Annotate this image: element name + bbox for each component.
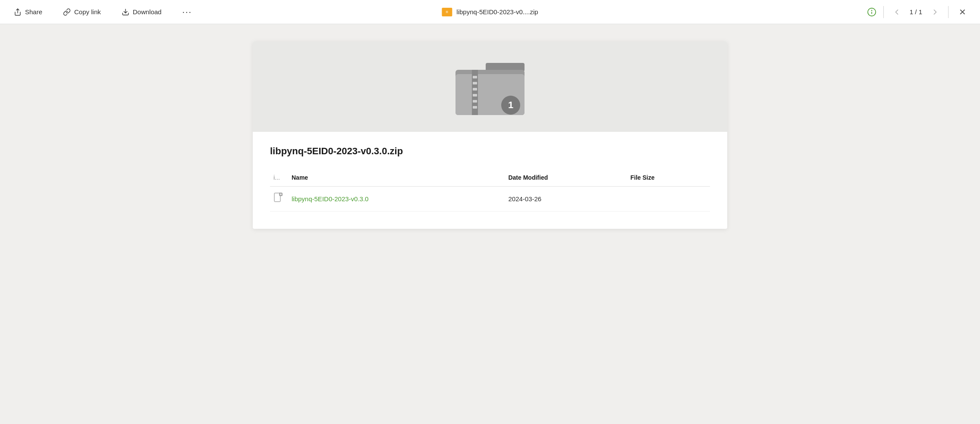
divider-1 [883,6,884,18]
divider-2 [948,6,949,18]
link-icon [63,8,71,16]
toolbar-right: 1 / 1 ✕ [867,5,970,19]
svg-rect-19 [280,193,282,196]
share-button[interactable]: Share [10,6,46,19]
col-date-header: Date Modified [505,171,627,187]
download-button[interactable]: Download [118,6,165,19]
info-button[interactable] [867,7,876,17]
svg-rect-11 [473,82,477,84]
file-title: libpynq-5EID0-2023-v0....zip [456,8,538,16]
close-button[interactable]: ✕ [955,5,970,19]
svg-rect-10 [473,76,477,78]
card-body: libpynq-5EID0-2023-v0.3.0.zip i... Name … [253,132,727,229]
more-icon: ··· [182,7,192,16]
svg-rect-14 [473,100,477,103]
toolbar-left: Share Copy link Download ··· [10,4,867,19]
page-count: 1 / 1 [910,8,922,16]
file-table: i... Name Date Modified File Size libpyn… [270,171,710,212]
row-date: 2024-03-26 [505,187,627,212]
download-label: Download [133,8,162,16]
copy-link-button[interactable]: Copy link [60,6,104,19]
toolbar-center: ≡ libpynq-5EID0-2023-v0....zip [442,8,538,16]
row-filename[interactable]: libpynq-5EID0-2023-v0.3.0 [288,187,505,212]
archive-filename: libpynq-5EID0-2023-v0.3.0.zip [270,146,710,157]
zip-file-icon: ≡ [442,8,452,16]
more-options-button[interactable]: ··· [179,4,195,19]
prev-page-button[interactable] [891,6,903,18]
file-card: 1 libpynq-5EID0-2023-v0.3.0.zip i... Nam… [253,41,727,229]
share-icon [14,8,22,16]
card-header: 1 [253,41,727,132]
table-row: libpynq-5EID0-2023-v0.3.02024-03-26 [270,187,710,212]
svg-text:1: 1 [508,100,513,110]
col-size-header: File Size [627,171,710,187]
svg-rect-13 [473,94,477,97]
share-label: Share [25,8,42,16]
svg-point-5 [871,10,872,10]
archive-icon: 1 [451,59,529,119]
svg-rect-15 [473,106,477,109]
row-index [270,187,288,212]
row-size [627,187,710,212]
main-content: 1 libpynq-5EID0-2023-v0.3.0.zip i... Nam… [0,24,980,424]
download-icon [122,8,129,16]
toolbar: Share Copy link Download ··· [0,0,980,24]
file-doc-icon [273,193,283,204]
copy-link-label: Copy link [74,8,101,16]
close-icon: ✕ [959,7,966,17]
col-name-header: Name [288,171,505,187]
table-header-row: i... Name Date Modified File Size [270,171,710,187]
col-index-header: i... [270,171,288,187]
next-page-button[interactable] [929,6,941,18]
svg-rect-12 [473,88,477,90]
